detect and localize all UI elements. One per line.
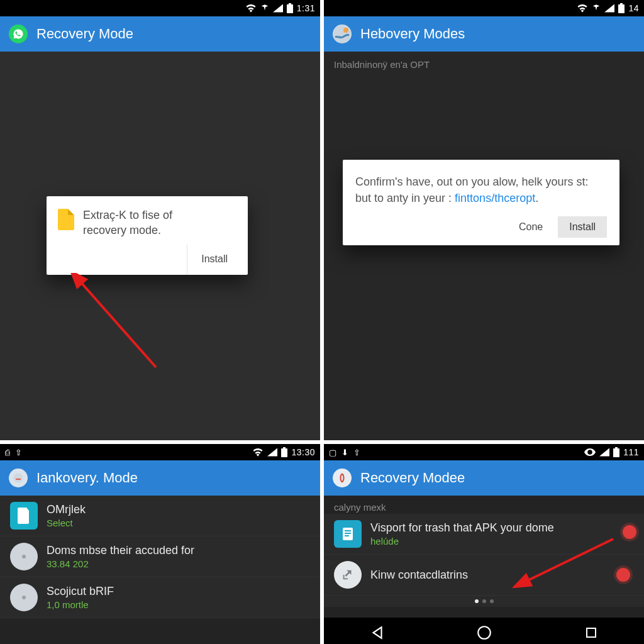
globe-icon bbox=[333, 25, 352, 43]
content-area: Extraç-K to fise of recovery mode. Insta… bbox=[0, 52, 320, 440]
recovery-list: OMrjlek Select Doms mbse their accuded f… bbox=[0, 496, 320, 618]
page-dot bbox=[490, 599, 494, 603]
upload-icon: ⇧ bbox=[353, 448, 360, 457]
svg-point-7 bbox=[22, 596, 26, 599]
notification-icon: ▢ bbox=[329, 448, 336, 457]
list-item-title: Scojicut bRIF bbox=[47, 585, 114, 597]
app-icon bbox=[333, 469, 352, 487]
svg-rect-11 bbox=[345, 533, 351, 534]
list-item-sub: Select bbox=[47, 518, 86, 528]
svg-rect-10 bbox=[345, 530, 351, 531]
recovery-list: Visport for trash that APK your dome hel… bbox=[324, 514, 644, 607]
confirm-dialog: Confirm's have, out on you alow, helk yo… bbox=[343, 160, 619, 245]
svg-rect-12 bbox=[345, 535, 349, 536]
location-icon bbox=[592, 4, 601, 13]
nav-home-icon[interactable] bbox=[476, 625, 492, 641]
battery-icon bbox=[613, 447, 619, 457]
status-time: 111 bbox=[623, 447, 639, 457]
file-app-icon bbox=[10, 502, 38, 530]
screenshot-2: 14 Hebovery Modes Inbaldninonÿ en'a OPT … bbox=[324, 0, 644, 440]
app-icon bbox=[9, 469, 28, 487]
signal-icon bbox=[599, 448, 609, 457]
signal-icon bbox=[267, 448, 277, 457]
status-bar: ⎙ ⇧ 13:30 bbox=[0, 444, 320, 460]
disc-icon bbox=[10, 584, 38, 611]
nav-recent-icon[interactable] bbox=[584, 625, 599, 640]
list-item-title: Kinw contacdlatrins bbox=[370, 569, 468, 581]
app-bar: Recovery Modee bbox=[324, 460, 644, 496]
app-bar-title: Recovery Mode bbox=[36, 26, 133, 42]
eye-icon bbox=[584, 448, 596, 456]
annotation-arrow-icon bbox=[68, 273, 175, 380]
list-item[interactable]: OMrjlek Select bbox=[0, 496, 320, 536]
list-item[interactable]: Visport for trash that APK your dome hel… bbox=[324, 514, 644, 555]
status-bar: 14 bbox=[324, 0, 644, 16]
permissions-link[interactable]: finttons/thceropt bbox=[455, 192, 535, 204]
highlight-dot-icon bbox=[623, 525, 636, 539]
svg-rect-15 bbox=[587, 628, 596, 637]
svg-point-2 bbox=[343, 28, 348, 33]
app-bar-title: Recovery Modee bbox=[360, 470, 465, 486]
list-item-title: Doms mbse their accuded for bbox=[47, 544, 194, 557]
cancel-button[interactable]: Cone bbox=[510, 216, 552, 238]
wifi-icon bbox=[577, 4, 588, 13]
notification-icon: ⎙ bbox=[5, 448, 10, 457]
wifi-icon bbox=[245, 4, 257, 13]
status-bar: 1:31 bbox=[0, 0, 320, 16]
list-item-title: OMrjlek bbox=[47, 503, 86, 516]
svg-point-5 bbox=[22, 555, 26, 558]
install-button[interactable]: Install bbox=[192, 248, 236, 270]
page-indicator bbox=[324, 596, 644, 607]
status-time: 13:30 bbox=[291, 447, 315, 457]
screenshot-4: ▢ ⬇ ⇧ 111 Recovery Modee calyny mexk V bbox=[324, 444, 644, 644]
page-dot bbox=[475, 599, 479, 603]
app-bar-title: Hebovery Modes bbox=[360, 26, 465, 42]
install-dialog: Extraç-K to fise of recovery mode. Insta… bbox=[47, 196, 248, 275]
nav-back-icon[interactable] bbox=[369, 625, 386, 641]
disc-icon bbox=[10, 543, 38, 570]
battery-icon bbox=[281, 447, 287, 457]
status-time: 14 bbox=[628, 3, 639, 13]
file-icon bbox=[58, 209, 74, 230]
section-caption: calyny mexk bbox=[324, 496, 644, 514]
wifi-icon bbox=[252, 448, 264, 457]
screenshot-1: 1:31 Recovery Mode Extraç-K to fise of r… bbox=[0, 0, 320, 440]
svg-line-0 bbox=[79, 280, 156, 367]
subtitle: Inbaldninonÿ en'a OPT bbox=[324, 52, 644, 70]
confirm-dialog-text: Confirm's have, out on you alow, helk yo… bbox=[355, 174, 607, 206]
app-bar-title: Iankovery. Mode bbox=[36, 470, 138, 486]
content-area: Inbaldninonÿ en'a OPT Confirm's have, ou… bbox=[324, 52, 644, 440]
list-item[interactable]: Doms mbse their accuded for 33.84 202 bbox=[0, 536, 320, 577]
page-dot bbox=[482, 599, 486, 603]
list-item[interactable]: Kinw contacdlatrins bbox=[324, 555, 644, 596]
signal-icon bbox=[273, 4, 283, 13]
navigation-bar bbox=[324, 618, 644, 644]
download-icon: ⬇ bbox=[341, 448, 348, 457]
list-item-title: Visport for trash that APK your dome bbox=[370, 521, 554, 534]
signal-icon bbox=[604, 4, 614, 13]
whatsapp-icon bbox=[9, 25, 28, 43]
upload-icon: ⇧ bbox=[15, 448, 22, 457]
svg-point-3 bbox=[14, 474, 23, 483]
list-item[interactable]: Scojicut bRIF 1,0 mortle bbox=[0, 577, 320, 618]
install-button[interactable]: Install bbox=[558, 216, 607, 238]
status-time: 1:31 bbox=[297, 3, 315, 13]
list-item-sub: helúde bbox=[370, 536, 554, 547]
svg-point-1 bbox=[333, 25, 351, 43]
app-bar: Hebovery Modes bbox=[324, 16, 644, 52]
list-item-sub: 33.84 202 bbox=[47, 558, 194, 569]
highlight-dot-icon bbox=[616, 568, 630, 582]
divider bbox=[187, 245, 187, 275]
location-icon bbox=[260, 4, 269, 13]
app-bar: Recovery Mode bbox=[0, 16, 320, 52]
battery-icon bbox=[287, 3, 293, 13]
screenshot-3: ⎙ ⇧ 13:30 Iankovery. Mode OMrjlek Select bbox=[0, 444, 320, 644]
dialog-text: Extraç-K to fise of recovery mode. bbox=[83, 208, 172, 238]
export-icon bbox=[334, 561, 362, 589]
battery-icon bbox=[618, 3, 625, 13]
svg-point-14 bbox=[479, 626, 491, 639]
list-item-sub: 1,0 mortle bbox=[47, 599, 114, 610]
document-icon bbox=[334, 520, 362, 548]
app-bar: Iankovery. Mode bbox=[0, 460, 320, 496]
status-bar: ▢ ⬇ ⇧ 111 bbox=[324, 444, 644, 460]
